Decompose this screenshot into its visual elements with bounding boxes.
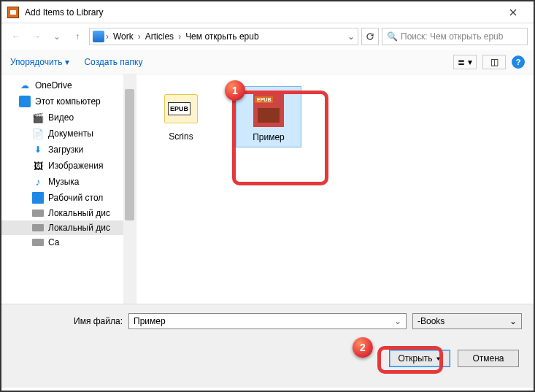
sidebar-item[interactable]: ☁OneDrive — [1, 77, 136, 93]
search-icon: 🔍 — [387, 31, 398, 42]
chevron-right-icon: › — [138, 31, 141, 42]
sidebar-item[interactable]: Документы — [1, 126, 136, 142]
cloud-icon: ☁ — [19, 80, 31, 91]
sidebar-item-label: Локальный дис — [48, 208, 110, 218]
cancel-button[interactable]: Отмена — [458, 350, 519, 367]
annotation-callout: 1 — [225, 80, 245, 101]
organize-menu[interactable]: Упорядочить ▾ — [10, 57, 69, 67]
sidebar-item[interactable]: Изображения — [1, 158, 136, 174]
breadcrumb-item[interactable]: Articles — [142, 31, 177, 42]
search-placeholder: Поиск: Чем открыть epub — [401, 31, 503, 42]
sidebar-item-label: Локальный дис — [48, 223, 110, 233]
refresh-icon — [366, 32, 374, 41]
up-button[interactable]: ↑ — [69, 28, 86, 45]
help-button[interactable]: ? — [512, 55, 525, 69]
search-input[interactable]: 🔍 Поиск: Чем открыть epub — [382, 28, 528, 45]
sidebar-item[interactable]: Локальный дис — [1, 220, 136, 235]
scrollbar[interactable] — [123, 74, 136, 304]
chevron-down-icon: ⌄ — [509, 316, 517, 326]
drive-icon — [93, 31, 104, 42]
recent-dropdown[interactable]: ⌄ — [48, 28, 66, 45]
sidebar-item[interactable]: Рабочий стол — [1, 190, 136, 206]
toolbar: Упорядочить ▾ Создать папку ≣ ▾ ◫ ? — [1, 50, 534, 74]
back-button[interactable]: ← — [7, 28, 25, 45]
pics-icon — [32, 160, 44, 172]
chevron-down-icon[interactable]: ⌄ — [394, 316, 401, 326]
annotation-callout: 2 — [353, 337, 373, 358]
scrollbar-thumb[interactable] — [125, 89, 134, 220]
sidebar-item-label: Изображения — [48, 161, 103, 171]
sidebar-item-label: Рабочий стол — [48, 193, 103, 203]
down-icon — [32, 144, 44, 155]
sidebar-item[interactable]: Видео — [1, 109, 136, 126]
file-label: Scrins — [169, 131, 193, 142]
drive-icon — [32, 224, 44, 231]
sidebar-item-label: Видео — [48, 112, 74, 123]
filetype-dropdown[interactable]: -Books ⌄ — [412, 313, 522, 329]
open-button[interactable]: Открыть ▼ — [389, 350, 450, 367]
chevron-down-icon: ▾ — [65, 57, 69, 67]
sidebar-item-label: Музыка — [48, 177, 79, 187]
sidebar: ☁OneDriveЭтот компьютерВидеоДокументыЗаг… — [1, 74, 136, 304]
filename-label: Имя файла: — [13, 316, 123, 326]
file-list[interactable]: ScrinsПример — [136, 74, 534, 304]
new-folder-button[interactable]: Создать папку — [84, 57, 142, 67]
sidebar-item-label: Документы — [48, 128, 93, 139]
folder-icon — [163, 91, 199, 127]
close-icon — [509, 9, 517, 16]
content-area: ☁OneDriveЭтот компьютерВидеоДокументыЗаг… — [1, 74, 534, 304]
window-title: Add Items to Library — [25, 7, 499, 18]
sidebar-item[interactable]: Локальный дис — [1, 206, 136, 220]
music-icon — [32, 176, 44, 188]
chevron-right-icon: › — [106, 31, 109, 42]
sidebar-item[interactable]: Загрузки — [1, 142, 136, 158]
view-options-button[interactable]: ≣ ▾ — [453, 55, 477, 69]
pc-icon — [19, 96, 31, 107]
navbar: ← → ⌄ ↑ › Work › Articles › Чем открыть … — [1, 23, 534, 50]
dialog-footer: Имя файла: Пример ⌄ -Books ⌄ Открыть ▼ О… — [1, 304, 534, 388]
sidebar-item[interactable]: Этот компьютер — [1, 93, 136, 109]
file-label: Пример — [253, 132, 285, 142]
split-dropdown-icon: ▼ — [436, 356, 442, 362]
epub-icon — [250, 91, 287, 128]
docs-icon — [32, 128, 44, 139]
file-item[interactable]: Scrins — [148, 86, 214, 146]
sidebar-item-label: Загрузки — [48, 145, 83, 155]
video-icon — [32, 112, 44, 123]
app-icon — [7, 7, 19, 18]
titlebar: Add Items to Library — [1, 1, 534, 23]
close-button[interactable] — [499, 2, 528, 23]
preview-pane-button[interactable]: ◫ — [482, 55, 506, 69]
forward-button[interactable]: → — [28, 28, 45, 45]
sidebar-item-label: Ca — [48, 237, 59, 247]
chevron-down-icon[interactable]: ⌄ — [347, 31, 355, 42]
breadcrumb[interactable]: › Work › Articles › Чем открыть epub ⌄ — [89, 28, 358, 45]
filename-input[interactable]: Пример ⌄ — [128, 313, 407, 329]
sidebar-item-label: OneDrive — [35, 80, 72, 91]
sidebar-item-label: Этот компьютер — [35, 96, 101, 107]
drive-icon — [32, 210, 44, 217]
breadcrumb-item[interactable]: Work — [110, 31, 136, 42]
sidebar-item[interactable]: Музыка — [1, 174, 136, 190]
drive-icon — [32, 239, 44, 246]
chevron-right-icon: › — [178, 31, 181, 42]
breadcrumb-item[interactable]: Чем открыть epub — [182, 31, 262, 42]
file-item[interactable]: Пример — [236, 86, 301, 147]
refresh-button[interactable] — [361, 28, 379, 45]
desk-icon — [32, 192, 44, 204]
sidebar-item[interactable]: Ca — [1, 235, 136, 250]
